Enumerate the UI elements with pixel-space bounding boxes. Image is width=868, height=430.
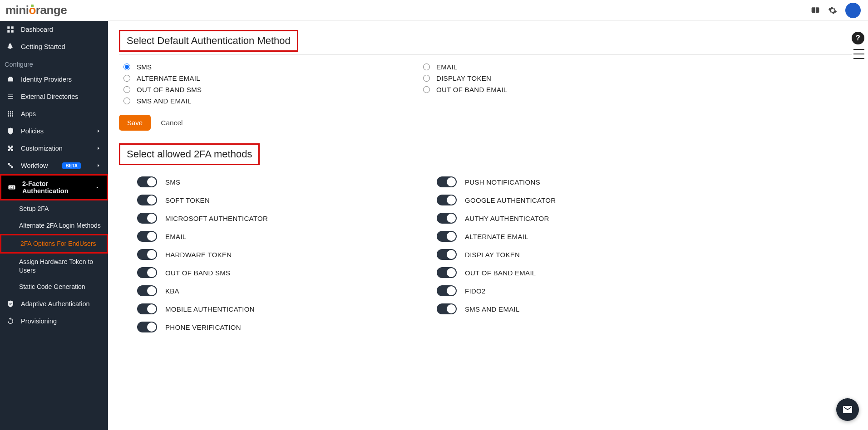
toggle-label: MOBILE AUTHENTICATION [165,305,255,313]
toggle-label: DISPLAY TOKEN [465,251,520,259]
radio-sms-and-email[interactable]: SMS AND EMAIL [123,97,396,105]
sidebar-item-label: Identity Providers [21,76,72,83]
sidebar-sub-setup-2fa[interactable]: Setup 2FA [0,200,108,217]
radio-input[interactable] [123,64,130,70]
sidebar-sub-alternate-2fa-login-methods[interactable]: Alternate 2FA Login Methods [0,217,108,234]
radio-input[interactable] [423,75,430,82]
toggle-switch[interactable] [137,322,157,332]
logo-pre: mini [5,3,29,17]
shield-icon [6,127,15,135]
avatar[interactable] [845,3,861,18]
toggle-switch[interactable] [137,303,157,314]
radio-label: EMAIL [436,63,458,71]
sidebar-item-provisioning[interactable]: Provisioning [0,313,108,330]
sidebar-item-getting-started[interactable]: Getting Started [0,38,108,55]
logo[interactable]: miniorange [4,3,67,17]
action-buttons: Save Cancel [119,115,852,131]
toggle-row-email: EMAIL [137,231,409,242]
radio-display-token[interactable]: DISPLAY TOKEN [423,74,508,82]
radio-input[interactable] [123,98,130,104]
sidebar-item-policies[interactable]: Policies [0,122,108,140]
apps-icon [6,110,15,118]
toggle-switch[interactable] [137,213,157,224]
toggle-row-push-notifications: PUSH NOTIFICATIONS [437,176,556,187]
sidebar-sub-assign-hardware-token-to-users[interactable]: Assign Hardware Token to Users [0,254,108,279]
toggle-switch[interactable] [437,176,457,187]
sync-icon [6,317,15,325]
radio-label: OUT OF BAND SMS [137,86,202,93]
toggle-label: MICROSOFT AUTHENTICATOR [165,215,268,222]
sidebar-sub-static-code-generation[interactable]: Static Code Generation [0,279,108,295]
sidebar-item-customization[interactable]: Customization [0,140,108,157]
divider [119,54,852,55]
toggle-switch[interactable] [137,195,157,205]
save-button[interactable]: Save [119,115,151,131]
toggle-row-microsoft-authenticator: MICROSOFT AUTHENTICATOR [137,213,409,224]
radio-out-of-band-email[interactable]: OUT OF BAND EMAIL [423,86,508,93]
sidebar-item-adaptive-authentication[interactable]: Adaptive Authentication [0,295,108,313]
book-icon[interactable] [811,6,820,15]
svg-text:123: 123 [9,186,15,189]
radio-input[interactable] [123,86,130,93]
sidebar-item-label: Dashboard [21,26,53,33]
toggle-row-mobile-authentication: MOBILE AUTHENTICATION [137,303,409,314]
svg-point-4 [8,111,9,112]
sidebar-item-label: External Directories [21,93,79,100]
radio-label: OUT OF BAND EMAIL [436,86,508,93]
radio-label: SMS AND EMAIL [137,97,192,105]
radio-input[interactable] [423,64,430,70]
toggle-row-display-token: DISPLAY TOKEN [437,249,556,260]
toggle-switch[interactable] [437,267,457,278]
sidebar-item-label: Getting Started [21,43,65,50]
sidebar-item-identity-providers[interactable]: Identity Providers [0,71,108,88]
sidebar-item-label: Apps [21,110,36,117]
logo-accent: o [29,3,35,17]
section-default-method-title: Select Default Authentication Method [119,30,298,52]
toggle-label: KBA [165,287,179,295]
chat-icon[interactable] [836,398,859,421]
toggle-switch[interactable] [437,285,457,296]
svg-point-8 [10,113,11,115]
toggle-switch[interactable] [137,176,157,187]
toggle-switch[interactable] [437,303,457,314]
gear-icon[interactable] [828,6,837,15]
sidebar: DashboardGetting Started Configure Ident… [0,21,108,430]
radio-sms[interactable]: SMS [123,63,396,71]
sidebar-item-label: Workflow [21,162,48,169]
toggle-switch[interactable] [137,285,157,296]
radio-out-of-band-sms[interactable]: OUT OF BAND SMS [123,86,396,93]
toggle-switch[interactable] [437,213,457,224]
toggle-switch[interactable] [437,249,457,260]
sidebar-item-apps[interactable]: Apps [0,105,108,122]
toggle-label: HARDWARE TOKEN [165,251,232,259]
svg-point-10 [8,115,9,117]
briefcase-icon [6,75,15,83]
sidebar-item-external-directories[interactable]: External Directories [0,88,108,105]
sidebar-item-dashboard[interactable]: Dashboard [0,21,108,38]
cancel-button[interactable]: Cancel [161,119,182,127]
sidebar-item-workflow[interactable]: WorkflowBETA [0,157,108,174]
toggle-switch[interactable] [437,231,457,242]
help-icon[interactable]: ? [852,32,864,44]
sidebar-sub-2fa-options-for-endusers[interactable]: 2FA Options For EndUsers [0,234,108,254]
toggle-switch[interactable] [137,267,157,278]
puzzle-icon [6,144,15,152]
svg-point-9 [12,113,13,115]
toggle-switch[interactable] [137,249,157,260]
toggle-label: OUT OF BAND EMAIL [465,269,536,277]
toggle-label: FIDO2 [465,287,486,295]
toggle-row-sms: SMS [137,176,409,187]
toggle-row-out-of-band-sms: OUT OF BAND SMS [137,267,409,278]
toggle-switch[interactable] [437,195,457,205]
radio-input[interactable] [423,86,430,93]
hamburger-icon[interactable] [853,49,864,59]
chevron-right-icon [95,162,102,169]
sidebar-item-2fa[interactable]: 123 2-Factor Authentication [0,174,108,200]
toggle-label: PHONE VERIFICATION [165,323,241,331]
radio-input[interactable] [123,75,130,82]
radio-email[interactable]: EMAIL [423,63,508,71]
chevron-right-icon [95,128,102,134]
radio-alternate-email[interactable]: ALTERNATE EMAIL [123,74,396,82]
toggle-switch[interactable] [137,231,157,242]
radio-label: SMS [137,63,152,71]
